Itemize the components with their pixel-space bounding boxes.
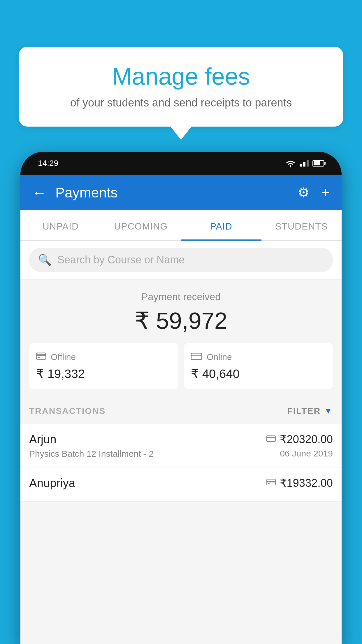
speech-bubble: Manage fees of your students and send re… <box>19 47 343 127</box>
table-row[interactable]: Anupriya ₹19332.00 <box>20 468 342 502</box>
payment-received-label: Payment received <box>29 291 333 302</box>
online-icon <box>191 351 202 363</box>
filter-button[interactable]: FILTER ▼ <box>287 406 333 416</box>
payment-cards: Offline ₹ 19,332 Online <box>29 343 333 389</box>
status-icons <box>285 159 324 167</box>
transactions-header: TRANSACTIONS FILTER ▼ <box>20 398 342 424</box>
header-left: ← Payments <box>32 184 117 201</box>
offline-amount: ₹ 19,332 <box>36 367 171 381</box>
app-content: ← Payments ⚙ + UNPAID UPCOMING PAID STUD… <box>20 175 342 644</box>
transaction-left: Arjun Physics Batch 12 Installment - 2 <box>29 433 154 459</box>
tab-paid[interactable]: PAID <box>181 210 261 240</box>
search-input[interactable]: Search by Course or Name <box>57 254 184 266</box>
tab-unpaid[interactable]: UNPAID <box>20 210 101 240</box>
notch <box>164 152 198 163</box>
wifi-icon <box>285 159 296 167</box>
bubble-subtitle: of your students and send receipts to pa… <box>36 97 326 109</box>
offline-icon <box>36 351 46 363</box>
offline-card-header: Offline <box>36 351 171 363</box>
online-payment-icon <box>266 434 276 444</box>
transaction-amount: ₹20320.00 <box>280 433 333 446</box>
offline-label: Offline <box>51 352 76 362</box>
app-header: ← Payments ⚙ + <box>20 175 342 210</box>
add-icon[interactable]: + <box>321 184 330 201</box>
svg-rect-1 <box>36 354 46 356</box>
payment-summary: Payment received ₹ 59,972 Offline <box>20 279 342 398</box>
amount-row: ₹20320.00 <box>266 433 333 446</box>
tab-students[interactable]: STUDENTS <box>261 210 342 240</box>
status-bar: 14:29 <box>20 152 342 175</box>
online-card: Online ₹ 40,640 <box>184 343 333 389</box>
transaction-left: Anupriya <box>29 477 75 493</box>
header-title: Payments <box>55 185 117 201</box>
tab-upcoming[interactable]: UPCOMING <box>101 210 181 240</box>
payment-total-amount: ₹ 59,972 <box>29 307 333 334</box>
tabs-bar: UNPAID UPCOMING PAID STUDENTS <box>20 210 342 241</box>
student-name: Arjun <box>29 433 154 446</box>
transaction-amount: ₹19332.00 <box>280 477 333 489</box>
transactions-label: TRANSACTIONS <box>29 406 106 416</box>
search-icon: 🔍 <box>38 253 52 266</box>
online-amount: ₹ 40,640 <box>191 367 326 381</box>
transaction-right: ₹20320.00 06 June 2019 <box>266 433 333 459</box>
status-time: 14:29 <box>38 159 58 168</box>
phone-frame: 14:29 ← Payments <box>20 152 342 644</box>
svg-rect-8 <box>267 481 275 482</box>
svg-rect-2 <box>38 357 40 358</box>
amount-row: ₹19332.00 <box>266 477 333 489</box>
svg-rect-9 <box>268 483 270 484</box>
settings-icon[interactable]: ⚙ <box>298 185 310 200</box>
svg-rect-5 <box>267 436 275 442</box>
student-name: Anupriya <box>29 477 75 490</box>
back-button[interactable]: ← <box>32 184 47 201</box>
bubble-title: Manage fees <box>36 63 326 90</box>
table-row[interactable]: Arjun Physics Batch 12 Installment - 2 ₹… <box>20 424 342 468</box>
svg-rect-3 <box>191 353 202 360</box>
offline-payment-icon <box>266 478 276 488</box>
online-card-header: Online <box>191 351 326 363</box>
transaction-right: ₹19332.00 <box>266 477 333 492</box>
course-info: Physics Batch 12 Installment - 2 <box>29 449 154 459</box>
offline-card: Offline ₹ 19,332 <box>29 343 178 389</box>
filter-label: FILTER <box>287 406 321 416</box>
transaction-date: 06 June 2019 <box>266 449 333 459</box>
search-container: 🔍 Search by Course or Name <box>20 241 342 279</box>
online-label: Online <box>207 352 232 362</box>
battery-icon <box>312 160 324 167</box>
search-box[interactable]: 🔍 Search by Course or Name <box>29 248 333 272</box>
transactions-list: Arjun Physics Batch 12 Installment - 2 ₹… <box>20 424 342 502</box>
header-right: ⚙ + <box>298 184 330 201</box>
signal-bars-icon <box>300 160 309 167</box>
filter-icon: ▼ <box>324 406 333 416</box>
